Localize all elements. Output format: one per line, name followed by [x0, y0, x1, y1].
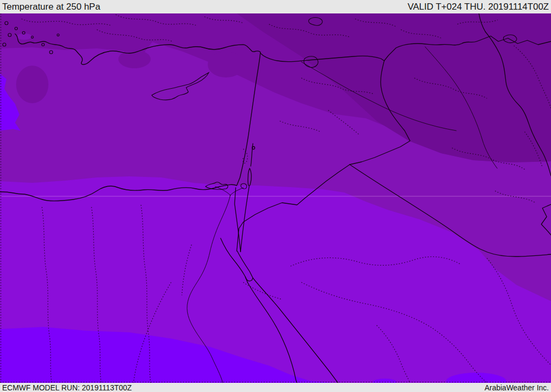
cold-pocket-antalya: [208, 52, 244, 77]
valid-time-label: VALID T+024 THU. 20191114T00Z: [407, 2, 549, 12]
footer-bar: ECMWF MODEL RUN: 20191113T00Z ArabiaWeat…: [0, 383, 551, 392]
cold-pocket-aegean: [16, 66, 48, 103]
header-bar: Temperature at 250 hPa VALID T+024 THU. …: [0, 0, 551, 13]
weather-map: [0, 13, 551, 383]
brand-label: ArabiaWeather Inc.: [484, 383, 549, 392]
model-run-label: ECMWF MODEL RUN: 20191113T00Z: [2, 383, 132, 392]
map-title: Temperature at 250 hPa: [2, 2, 100, 12]
